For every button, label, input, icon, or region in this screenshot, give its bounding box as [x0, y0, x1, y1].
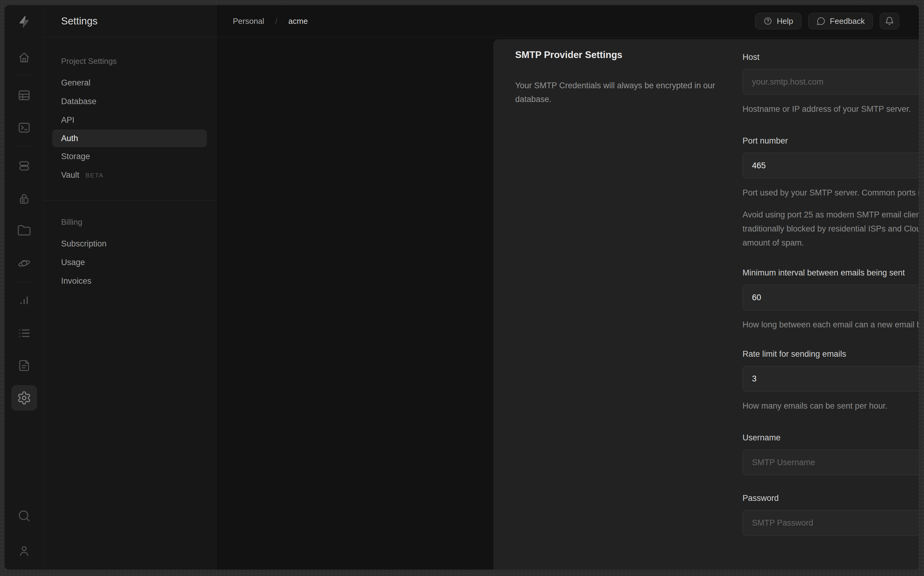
password-input[interactable]: [743, 510, 919, 535]
planet-orbit-icon[interactable]: [16, 254, 33, 272]
breadcrumb: Personal / acme: [233, 16, 308, 26]
smtp-form: Host Hostname or IP address of your SMTP…: [743, 52, 919, 536]
supabase-logo-icon[interactable]: [16, 13, 33, 30]
topbar: Personal / acme Help Feedback: [217, 5, 919, 37]
speech-bubble-icon: [817, 16, 826, 26]
help-button[interactable]: Help: [755, 13, 801, 29]
port-input-box: [743, 153, 919, 178]
home-icon[interactable]: [16, 49, 33, 66]
storage-folder-icon[interactable]: [16, 222, 33, 239]
port-input[interactable]: [743, 153, 919, 178]
bell-icon: [885, 16, 894, 26]
breadcrumb-org[interactable]: Personal: [233, 16, 264, 26]
lock-icon[interactable]: [16, 190, 33, 207]
profile-user-icon[interactable]: [16, 542, 33, 560]
panel-description: Your SMTP Credentials will always be enc…: [515, 79, 726, 106]
section-header-project-settings: Project Settings: [44, 52, 216, 70]
beta-badge: BETA: [86, 172, 104, 179]
sidebar-section-divider: [44, 200, 216, 201]
logs-list-icon[interactable]: [16, 325, 33, 342]
password-label: Password: [743, 493, 919, 503]
host-helper: Hostname or IP address of your SMTP serv…: [743, 102, 919, 116]
sidebar-item-database[interactable]: Database: [44, 92, 216, 111]
interval-input-box: seconds: [743, 285, 919, 310]
rate-limit-label: Rate limit for sending emails: [743, 349, 919, 359]
rate-limit-helper: How many emails can be sent per hour.: [743, 399, 919, 413]
sidebar-item-invoices[interactable]: Invoices: [44, 272, 216, 290]
sidebar-item-usage[interactable]: Usage: [44, 253, 216, 272]
section-header-billing: Billing: [44, 213, 216, 232]
interval-label: Minimum interval between emails being se…: [743, 267, 919, 278]
rail-divider: [14, 146, 34, 147]
database-icon[interactable]: [16, 157, 33, 174]
host-input[interactable]: [743, 69, 919, 94]
docs-file-icon[interactable]: [16, 357, 33, 374]
rail-divider: [14, 282, 34, 282]
app-window: Settings Project Settings General Databa…: [4, 5, 919, 570]
breadcrumb-project[interactable]: acme: [288, 16, 308, 26]
sidebar-item-general[interactable]: General: [44, 74, 216, 92]
host-input-box: [743, 69, 919, 95]
port-helper: Port used by your SMTP server. Common po…: [743, 186, 919, 200]
panel-title: SMTP Provider Settings: [515, 50, 726, 61]
port-note: Avoid using port 25 as modern SMTP email…: [743, 208, 919, 250]
notifications-bell-button[interactable]: [880, 13, 899, 29]
port-label: Port number: [743, 136, 919, 146]
sidebar-item-subscription[interactable]: Subscription: [44, 235, 216, 253]
sidebar-item-auth[interactable]: Auth: [52, 130, 207, 147]
settings-sidebar: Settings Project Settings General Databa…: [44, 5, 216, 570]
breadcrumb-separator: /: [275, 16, 277, 26]
sidebar-item-api[interactable]: API: [44, 111, 216, 130]
table-editor-icon[interactable]: [16, 87, 33, 104]
page-title: Settings: [44, 5, 216, 37]
icon-rail: [5, 5, 44, 570]
rate-limit-input-box: emails per hour: [743, 366, 919, 392]
sidebar-item-storage[interactable]: Storage: [44, 147, 216, 166]
bar-chart-icon[interactable]: [16, 292, 33, 309]
interval-input[interactable]: [743, 285, 919, 310]
help-circle-icon: [763, 16, 772, 26]
username-input-box: [743, 450, 919, 475]
username-label: Username: [743, 432, 919, 443]
smtp-settings-panel: SMTP Provider Settings Your SMTP Credent…: [493, 39, 919, 570]
password-input-box: [743, 510, 919, 536]
sql-editor-icon[interactable]: [16, 119, 33, 136]
settings-gear-icon[interactable]: [11, 385, 37, 411]
main-content: Personal / acme Help Feedback: [217, 5, 919, 570]
interval-helper: How long between each email can a new em…: [743, 318, 919, 332]
sidebar-item-vault[interactable]: Vault BETA: [44, 166, 216, 184]
rate-limit-input[interactable]: [743, 366, 919, 391]
username-input[interactable]: [743, 450, 919, 475]
host-label: Host: [743, 52, 919, 62]
search-icon[interactable]: [16, 507, 33, 525]
feedback-button[interactable]: Feedback: [808, 13, 873, 29]
